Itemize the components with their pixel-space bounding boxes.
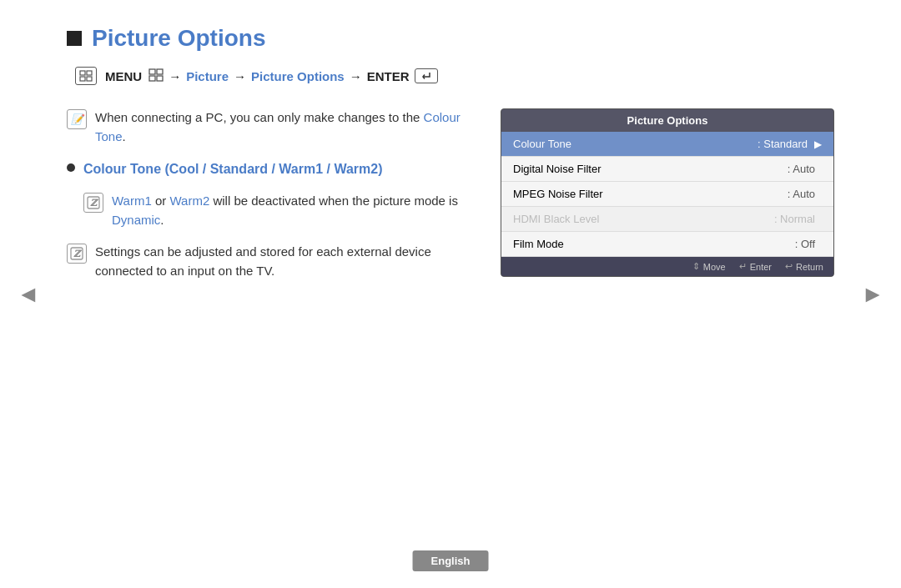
nav-arrow-left[interactable]: ◄ bbox=[17, 281, 40, 308]
tv-footer-item: ⇕Move bbox=[692, 261, 726, 272]
main-content: 📝 When connecting a PC, you can only mak… bbox=[67, 108, 834, 294]
svg-rect-5 bbox=[157, 69, 163, 74]
tv-menu-item-value: : Standard bbox=[758, 138, 808, 150]
menu-path: MENU → Picture → Picture Options → ENTER bbox=[75, 67, 834, 85]
note-text-3: Settings can be adjusted and stored for … bbox=[95, 243, 467, 280]
tv-menu-item-name: Film Mode bbox=[513, 238, 795, 250]
note-block-1: 📝 When connecting a PC, you can only mak… bbox=[67, 108, 467, 146]
title-row: Picture Options bbox=[67, 25, 834, 52]
tv-footer-icon: ↵ bbox=[739, 261, 747, 272]
arrow3: → bbox=[350, 69, 362, 83]
arrow1: → bbox=[169, 69, 181, 83]
tv-menu-item-value: : Auto bbox=[788, 163, 815, 175]
tv-menu-item-value: : Normal bbox=[774, 213, 815, 225]
tv-menu-item: Film Mode : Off bbox=[501, 232, 833, 257]
svg-text:ℤ: ℤ bbox=[90, 198, 99, 208]
language-button[interactable]: English bbox=[413, 550, 489, 571]
page-container: Picture Options MENU → Picture → Picture… bbox=[0, 0, 901, 588]
note-block-3: ℤ Settings can be adjusted and stored fo… bbox=[67, 243, 467, 280]
tv-menu-item-value: : Auto bbox=[788, 188, 815, 200]
tv-footer-icon: ⇕ bbox=[692, 261, 700, 272]
svg-rect-1 bbox=[87, 71, 92, 75]
tv-footer-item: ↩Return bbox=[785, 261, 823, 272]
left-column: 📝 When connecting a PC, you can only mak… bbox=[67, 108, 467, 294]
arrow2: → bbox=[234, 69, 246, 83]
tv-menu-item: MPEG Noise Filter : Auto bbox=[501, 182, 833, 207]
tv-menu-item-name: MPEG Noise Filter bbox=[513, 188, 788, 200]
menu-picture-options: Picture Options bbox=[251, 69, 345, 83]
page-title: Picture Options bbox=[92, 25, 265, 52]
tv-menu-item: HDMI Black Level : Normal bbox=[501, 207, 833, 232]
tv-menu-item-name: Colour Tone bbox=[513, 138, 758, 150]
tv-titlebar: Picture Options bbox=[501, 109, 833, 132]
tv-footer-icon: ↩ bbox=[785, 261, 793, 272]
tv-menu: Colour Tone : Standard ▶ Digital Noise F… bbox=[501, 132, 833, 257]
enter-label: ENTER bbox=[367, 69, 410, 83]
note-text-2: Warm1 or Warm2 will be deactivated when … bbox=[112, 192, 467, 229]
tv-menu-item-name: Digital Noise Filter bbox=[513, 163, 788, 175]
tv-footer-item: ↵Enter bbox=[739, 261, 772, 272]
tv-footer-label: Enter bbox=[750, 262, 772, 272]
menu-label: MENU bbox=[105, 69, 142, 83]
tv-menu-item-value: : Off bbox=[795, 238, 815, 250]
svg-rect-0 bbox=[80, 71, 85, 75]
tv-menu-arrow: ▶ bbox=[814, 138, 822, 150]
bottom-bar: English bbox=[413, 550, 489, 571]
menu-icon bbox=[75, 67, 97, 85]
note-text-1: When connecting a PC, you can only make … bbox=[95, 108, 467, 146]
tv-screen-panel: Picture Options Colour Tone : Standard ▶… bbox=[501, 108, 834, 277]
svg-rect-2 bbox=[80, 77, 85, 81]
enter-box-icon bbox=[415, 68, 438, 83]
tv-footer: ⇕Move↵Enter↩Return bbox=[501, 257, 833, 276]
note-block-2: ℤ Warm1 or Warm2 will be deactivated whe… bbox=[83, 192, 467, 229]
tv-footer-label: Move bbox=[703, 262, 726, 272]
menu-picture: Picture bbox=[186, 69, 229, 83]
svg-text:ℤ: ℤ bbox=[73, 249, 83, 259]
title-square-icon bbox=[67, 31, 82, 46]
note-icon-2: ℤ bbox=[83, 193, 103, 213]
svg-rect-4 bbox=[149, 69, 155, 74]
note-icon-3: ℤ bbox=[67, 244, 87, 264]
tv-screen: Picture Options Colour Tone : Standard ▶… bbox=[501, 108, 834, 277]
tv-menu-item: Colour Tone : Standard ▶ bbox=[501, 132, 833, 157]
svg-rect-6 bbox=[149, 76, 155, 81]
tv-menu-item-name: HDMI Black Level bbox=[513, 213, 774, 225]
svg-rect-3 bbox=[87, 77, 92, 81]
note-icon-1: 📝 bbox=[67, 109, 87, 129]
bullet-item-1: Colour Tone (Cool / Standard / Warm1 / W… bbox=[67, 159, 467, 178]
bullet-text: Colour Tone (Cool / Standard / Warm1 / W… bbox=[83, 159, 383, 178]
tv-footer-label: Return bbox=[796, 262, 823, 272]
nav-arrow-right[interactable]: ► bbox=[861, 281, 884, 308]
bullet-dot bbox=[67, 163, 75, 172]
svg-rect-7 bbox=[157, 76, 163, 81]
tv-menu-item: Digital Noise Filter : Auto bbox=[501, 157, 833, 182]
